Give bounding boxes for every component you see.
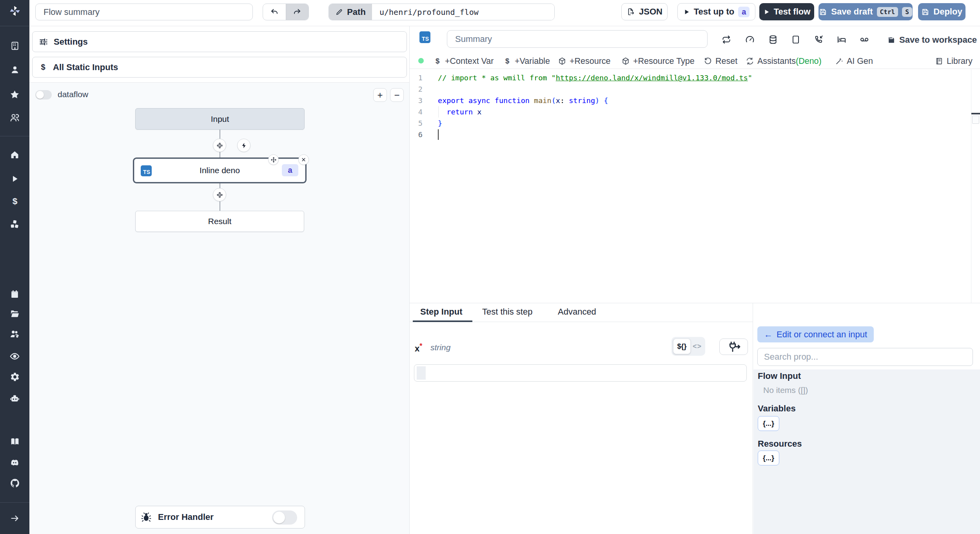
sidebar-item-dollar-icon[interactable]: $ <box>0 196 29 206</box>
dataflow-toggle[interactable] <box>35 90 52 100</box>
sidebar-item-home-icon[interactable] <box>0 150 29 159</box>
test-flow-button[interactable]: Test flow <box>759 3 814 20</box>
interpolate-mode-button[interactable]: ${} <box>673 339 691 354</box>
sidebar-item-building-icon[interactable] <box>0 41 29 51</box>
resources-heading: Resources <box>758 439 802 449</box>
resources-expand-button[interactable]: {...} <box>758 451 779 465</box>
sidebar-item-cubes-icon[interactable] <box>0 219 29 230</box>
bed-icon[interactable] <box>837 34 847 45</box>
test-up-to-step-badge: a <box>738 7 750 17</box>
code-mode-button[interactable]: <> <box>691 342 704 351</box>
field-name-label: x* <box>415 342 422 354</box>
sidebar-item-github-icon[interactable] <box>0 478 29 488</box>
path-input[interactable] <box>372 4 554 20</box>
lsp-status-dot <box>418 58 424 63</box>
svg-text:$: $ <box>41 63 45 71</box>
flow-node-input[interactable]: Input <box>135 108 305 130</box>
toolbar-reset-button[interactable]: Reset <box>704 56 737 66</box>
sidebar-item-robot-icon[interactable] <box>0 393 29 404</box>
path-edit-button[interactable]: Path <box>329 4 372 20</box>
flow-input-empty: No items ([]) <box>763 386 808 395</box>
sidebar-item-discord-icon[interactable] <box>0 457 29 468</box>
error-handler-node[interactable]: Error Handler <box>135 506 305 529</box>
error-handler-toggle[interactable] <box>272 510 297 525</box>
connect-input-button[interactable] <box>719 339 748 355</box>
typescript-badge: TS <box>419 31 430 43</box>
summary-input[interactable] <box>447 30 708 48</box>
trigger-button[interactable] <box>237 139 250 152</box>
gauge-icon[interactable] <box>745 34 755 45</box>
windmill-logo[interactable] <box>0 4 29 18</box>
search-prop-input[interactable] <box>757 348 973 366</box>
svg-text:$: $ <box>12 196 17 206</box>
add-step-button[interactable] <box>213 188 226 201</box>
variables-heading: Variables <box>758 404 796 414</box>
database-icon[interactable] <box>768 34 778 45</box>
sidebar-item-users-icon[interactable] <box>0 112 29 123</box>
edit-or-connect-button[interactable]: ←Edit or connect an input <box>757 326 874 342</box>
tab-advanced[interactable]: Advanced <box>558 307 596 317</box>
rectangle-icon[interactable] <box>791 34 801 45</box>
deploy-button[interactable]: Deploy <box>918 3 965 20</box>
flow-input-heading: Flow Input <box>758 371 801 381</box>
sidebar-item-eye-icon[interactable] <box>0 351 29 362</box>
kbd-ctrl: Ctrl <box>877 7 898 17</box>
arg-value-input[interactable] <box>414 364 747 382</box>
bug-icon <box>141 512 152 523</box>
undo-button[interactable] <box>263 4 286 20</box>
flow-node-inline-deno[interactable]: TS Inline deno a <box>134 159 305 182</box>
variables-expand-button[interactable]: {...} <box>758 416 779 431</box>
toolbar--resource-type-button[interactable]: +Resource Type <box>621 56 695 66</box>
sidebar-item-play-icon[interactable] <box>0 174 29 183</box>
sidebar-item-gear-icon[interactable] <box>0 372 29 382</box>
sidebar-item-user-icon[interactable] <box>0 65 29 74</box>
editor-panel: TS Save to workspace $+Context Var$+Vari… <box>410 26 980 534</box>
sidebar-item-folder-icon[interactable] <box>0 308 29 319</box>
topbar: Path JSON Test up toa Test flow Save dra… <box>29 0 980 26</box>
code-line-1: 1// import * as wmill from "https://deno… <box>410 72 971 83</box>
code-line-3: 3export async function main(x: string) { <box>410 95 971 106</box>
settings-button[interactable]: Settings <box>32 31 407 52</box>
phone-incoming-icon[interactable] <box>813 34 824 45</box>
overview-ruler <box>971 69 980 303</box>
all-static-inputs-button[interactable]: $All Static Inputs <box>32 57 407 78</box>
repeat-icon[interactable] <box>721 34 731 45</box>
sidebar-item-users-gear-icon[interactable] <box>0 329 29 340</box>
sidebar-item-star-icon[interactable] <box>0 89 29 100</box>
field-type-label: string <box>430 343 450 352</box>
zoom-out-button[interactable]: − <box>390 88 404 102</box>
save-draft-button[interactable]: Save draftCtrlS <box>818 3 913 20</box>
code-line-5: 5} <box>410 118 971 129</box>
sidebar-item-arrow-right-icon[interactable] <box>0 514 29 523</box>
flow-summary-input[interactable] <box>35 4 253 20</box>
toolbar--resource-button[interactable]: +Resource <box>558 56 611 66</box>
code-line-4: 4 return x <box>410 106 971 118</box>
tab-step-input[interactable]: Step Input <box>420 307 463 317</box>
dataflow-label: dataflow <box>58 90 88 99</box>
redo-button[interactable] <box>286 4 309 20</box>
svg-text:$: $ <box>436 57 439 65</box>
test-up-to-button[interactable]: Test up toa <box>677 3 755 20</box>
toolbar--variable-button[interactable]: $+Variable <box>503 56 550 66</box>
zoom-in-button[interactable]: + <box>373 88 387 102</box>
toolbar-ai-gen-button[interactable]: AI Gen <box>835 56 873 66</box>
code-line-6: 6 <box>410 129 971 140</box>
sidebar: $ <box>0 0 29 534</box>
flow-panel: Settings $All Static Inputs dataflow + −… <box>29 26 410 534</box>
tab-test-this-step[interactable]: Test this step <box>482 307 532 317</box>
delete-step-button[interactable] <box>298 154 309 165</box>
code-editor[interactable]: 1// import * as wmill from "https://deno… <box>410 69 980 303</box>
sidebar-item-calendar-icon[interactable] <box>0 289 29 299</box>
flow-graph: dataflow + − Input TS Inline deno a Resu… <box>29 82 409 534</box>
add-step-button[interactable] <box>213 139 226 152</box>
prop-picker: Flow Input No items ([]) Variables {...}… <box>753 369 980 534</box>
flow-node-result[interactable]: Result <box>135 211 304 232</box>
json-button[interactable]: JSON <box>621 3 668 20</box>
sidebar-item-book-icon[interactable] <box>0 436 29 447</box>
toolbar-assistants-button[interactable]: Assistants (Deno) <box>746 56 822 66</box>
move-step-button[interactable] <box>268 154 279 165</box>
voicemail-icon[interactable] <box>859 34 869 45</box>
toolbar-library-button[interactable]: Library <box>935 56 973 66</box>
toolbar--context-var-button[interactable]: $+Context Var <box>433 56 494 66</box>
save-to-workspace-button[interactable]: Save to workspace <box>887 35 977 45</box>
